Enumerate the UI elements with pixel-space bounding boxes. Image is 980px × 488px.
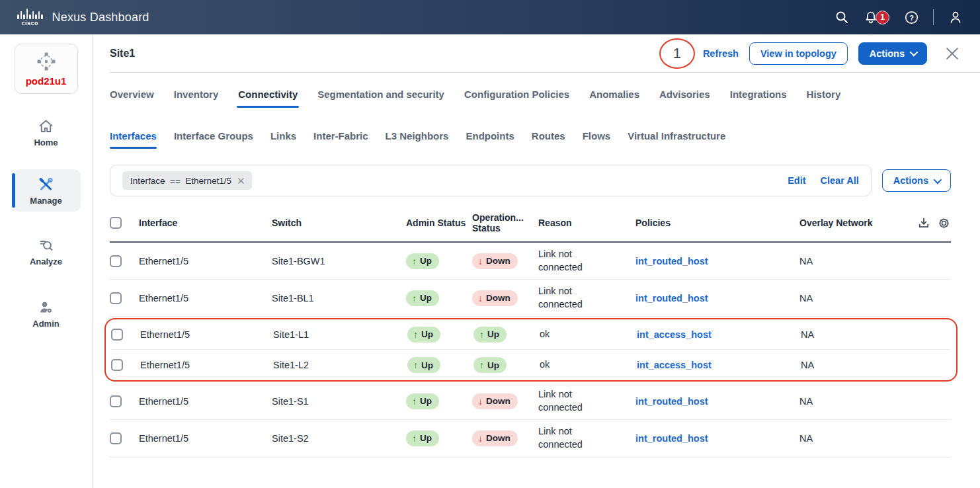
cell-overlay-network: NA (801, 329, 908, 340)
tab-advisories[interactable]: Advisories (659, 89, 710, 108)
cluster-name: pod21u1 (26, 75, 67, 87)
sidebar-item-analyze[interactable]: Analyze (12, 230, 81, 272)
cell-overlay-network: NA (799, 256, 907, 266)
tab-segmentation-and-security[interactable]: Segmentation and security (317, 89, 444, 108)
policy-link[interactable]: int_routed_host (635, 396, 708, 407)
subtab-inter-fabric[interactable]: Inter-Fabric (313, 130, 368, 149)
policy-link[interactable]: int_access_host (637, 329, 712, 340)
cell-overlay-network: NA (801, 360, 908, 370)
cisco-logo-bars (17, 9, 43, 19)
filter-actions-button[interactable]: Actions (882, 169, 951, 192)
admin-status-badge: Up (407, 327, 440, 343)
main-panel: Site1 1 Refresh View in topology Actions… (93, 34, 980, 488)
topbar-divider (933, 9, 934, 25)
subtab-flows[interactable]: Flows (583, 130, 611, 149)
admin-status-badge: Up (406, 290, 439, 306)
actions-label: Actions (870, 48, 905, 59)
cell-switch: Site1-S2 (272, 433, 406, 444)
policy-link[interactable]: int_routed_host (635, 256, 708, 266)
admin-status-badge: Up (406, 253, 439, 269)
user-icon[interactable] (948, 10, 963, 24)
admin-status-badge: Up (406, 430, 439, 446)
subtab-l3-neighbors[interactable]: L3 Neighbors (386, 130, 449, 149)
view-in-topology-button[interactable]: View in topology (749, 42, 848, 65)
column-header-oper-status[interactable]: Operation... Status (472, 212, 538, 233)
tab-connectivity[interactable]: Connectivity (238, 89, 298, 108)
cell-overlay-network: NA (799, 396, 907, 407)
tab-integrations[interactable]: Integrations (730, 89, 787, 108)
column-header-interface[interactable]: Interface (139, 218, 272, 228)
row-checkbox[interactable] (110, 432, 122, 444)
column-header-admin-status[interactable]: Admin Status (406, 218, 472, 228)
search-icon[interactable] (835, 10, 849, 24)
filter-row: Interface == Ethernet1/5 ✕ Edit Clear Al… (110, 165, 980, 196)
table-row: Ethernet1/5 Site1-S2 Up Down Link not co… (110, 420, 951, 457)
chevron-down-icon (934, 175, 942, 184)
app-title: Nexus Dashboard (52, 11, 149, 24)
subtab-links[interactable]: Links (270, 130, 296, 149)
chevron-down-icon (910, 48, 919, 57)
filter-input[interactable]: Interface == Ethernet1/5 ✕ Edit Clear Al… (110, 165, 872, 196)
column-header-reason[interactable]: Reason (538, 218, 635, 228)
filter-actions-label: Actions (893, 175, 928, 186)
filter-edit-link[interactable]: Edit (788, 175, 805, 186)
column-header-overlay-network[interactable]: Overlay Network (799, 218, 907, 228)
table-row: Ethernet1/5 Site1-BL1 Up Down Link not c… (110, 280, 951, 317)
subtab-interface-groups[interactable]: Interface Groups (174, 130, 253, 149)
subtab-interfaces[interactable]: Interfaces (110, 130, 157, 149)
download-icon[interactable] (917, 216, 931, 230)
select-all-checkbox[interactable] (110, 217, 122, 229)
row-checkbox[interactable] (110, 255, 122, 267)
page-header-actions: 1 Refresh View in topology Actions (659, 38, 960, 69)
notifications-button[interactable]: 1 (864, 10, 889, 24)
cell-switch: Site1-L2 (273, 360, 407, 370)
cell-reason: Link not connected (538, 388, 604, 414)
table-settings-gear-icon[interactable] (936, 216, 951, 230)
cisco-logo-icon: cisco (17, 9, 43, 26)
cell-reason: ok (540, 358, 550, 372)
policy-link[interactable]: int_routed_host (635, 293, 708, 304)
help-icon[interactable]: ? (904, 10, 919, 24)
column-header-switch[interactable]: Switch (272, 218, 406, 228)
subtab-endpoints[interactable]: Endpoints (466, 130, 514, 149)
annotation-highlight-box: Ethernet1/5 Site1-L1 Up Up ok int_access… (104, 318, 958, 382)
row-checkbox[interactable] (111, 359, 123, 371)
cluster-selector[interactable]: pod21u1 (15, 44, 78, 94)
row-checkbox[interactable] (111, 329, 123, 341)
sidebar-item-home[interactable]: Home (12, 111, 81, 153)
refresh-link[interactable]: Refresh (703, 48, 739, 59)
table-row: Ethernet1/5 Site1-L2 Up Up ok int_access… (111, 350, 950, 380)
tab-overview[interactable]: Overview (110, 89, 154, 108)
row-checkbox[interactable] (110, 395, 122, 407)
tab-anomalies[interactable]: Anomalies (589, 89, 639, 108)
sub-tabs: Interfaces Interface Groups Links Inter-… (110, 130, 980, 149)
chip-close-icon[interactable]: ✕ (237, 176, 245, 186)
cisco-logo-word: cisco (21, 20, 38, 26)
cell-reason: ok (540, 328, 550, 341)
tab-inventory[interactable]: Inventory (174, 89, 219, 108)
policy-link[interactable]: int_access_host (637, 360, 712, 370)
oper-status-badge: Down (472, 290, 518, 306)
sidebar-item-label: Analyze (30, 257, 62, 266)
sidebar-item-manage[interactable]: Manage (12, 169, 81, 212)
filter-clear-all-link[interactable]: Clear All (821, 175, 859, 186)
topbar: cisco Nexus Dashboard 1 ? (0, 0, 980, 34)
actions-button[interactable]: Actions (858, 42, 927, 65)
cell-reason: Link not connected (538, 248, 604, 274)
subtab-virtual-infrastructure[interactable]: Virtual Infrastructure (628, 130, 725, 149)
tab-history[interactable]: History (807, 89, 841, 108)
table-row: Ethernet1/5 Site1-S1 Up Down Link not co… (110, 383, 951, 420)
policy-link[interactable]: int_routed_host (635, 433, 708, 444)
tab-configuration-policies[interactable]: Configuration Policies (464, 89, 569, 108)
row-checkbox[interactable] (110, 292, 122, 304)
oper-status-badge: Up (473, 327, 507, 343)
cell-interface: Ethernet1/5 (140, 329, 273, 340)
table-row: Ethernet1/5 Site1-L1 Up Up ok int_access… (111, 319, 950, 350)
cell-switch: Site1-BGW1 (272, 256, 406, 266)
cell-switch: Site1-L1 (273, 329, 407, 340)
subtab-routes[interactable]: Routes (532, 130, 565, 149)
sidebar-item-label: Admin (32, 319, 59, 329)
close-icon[interactable] (944, 46, 960, 61)
sidebar-item-admin[interactable]: Admin (12, 292, 81, 335)
column-header-policies[interactable]: Policies (635, 218, 799, 228)
